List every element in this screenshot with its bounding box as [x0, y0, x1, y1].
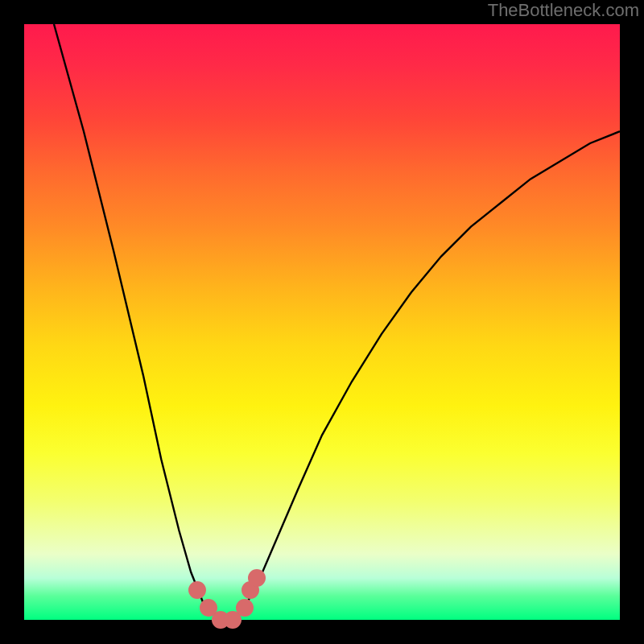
watermark-text: TheBottleneck.com	[488, 0, 639, 21]
bottleneck-curve	[54, 24, 620, 620]
highlight-bubble	[248, 569, 266, 587]
curve-layer	[24, 24, 620, 620]
highlight-bubble	[188, 581, 206, 599]
highlight-bubble	[236, 599, 254, 617]
